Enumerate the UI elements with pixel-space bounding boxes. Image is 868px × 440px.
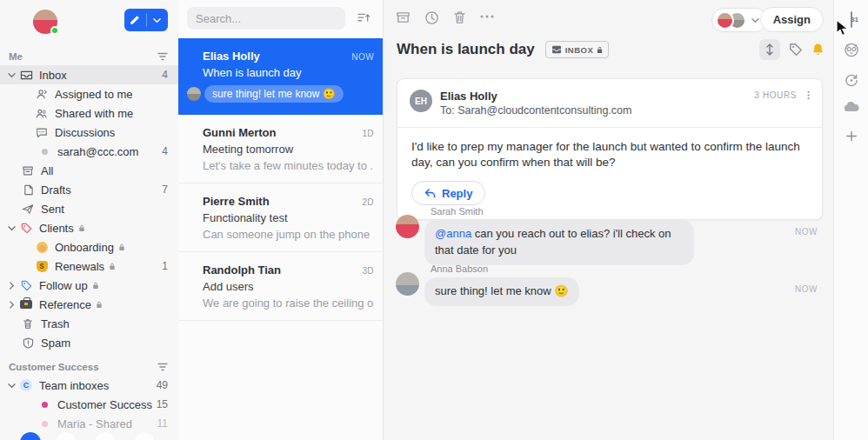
comment-avatar[interactable] [396,215,419,238]
conversation-preview: Let's take a few minutes today to ... [203,159,374,172]
archive-box-icon [21,165,35,177]
bell-icon[interactable] [811,43,825,57]
filter-icon[interactable] [157,363,168,371]
conversation-title: When is launch day [397,41,535,58]
sort-icon[interactable] [357,12,371,23]
comment-bubble: @anna can you reach out to elias? i'll c… [424,220,694,265]
inbox-icon [551,45,562,54]
sidebar-item-reference[interactable]: Reference [0,295,178,314]
bottom-circle[interactable] [95,432,116,440]
mention[interactable]: @anna [435,227,471,240]
briefcase-emoji-icon [19,300,33,309]
mouse-cursor [836,19,849,37]
unread-count: 4 [162,69,168,81]
search-input[interactable] [187,7,345,30]
conversation-item[interactable]: Randolph Tian 3D Add users We are going … [178,252,383,321]
sidebar-item-onboarding[interactable]: Onboarding [0,237,178,257]
chevron-right-icon[interactable] [5,282,17,290]
conversation-item[interactable]: Gunni Merton 1D Meeting tomorrow Let's t… [178,115,383,183]
sidebar-item-clients[interactable]: Clients [0,218,178,237]
sidebar-item-sent[interactable]: Sent [0,199,178,218]
conversation-time: 3D [362,266,374,276]
assign-button[interactable]: Assign [760,7,824,32]
more-horizontal-icon[interactable] [480,15,494,18]
conversation-item-selected[interactable]: Elias Holly NOW When is launch day sure … [178,38,383,115]
conversation-time: NOW [351,52,374,62]
sidebar-item-shared-with-me[interactable]: Shared with me [0,103,178,123]
person-assigned-icon [35,89,49,100]
kebab-menu-icon[interactable] [807,90,810,101]
sender-avatar: EH [410,90,432,112]
sidebar-item-discussions[interactable]: Discussions [0,123,178,142]
trash-icon[interactable] [453,10,466,24]
filter-icon[interactable] [157,52,168,61]
tag-icon[interactable] [789,43,803,57]
expand-vertical-icon[interactable] [759,39,780,60]
lock-icon [78,224,85,232]
sidebar-item-all[interactable]: All [0,161,178,180]
sidebar-item-assigned-to-me[interactable]: Assigned to me [0,84,178,103]
sidebar-item-renewals[interactable]: $ Renewals 1 [0,257,178,276]
cloud-icon[interactable] [843,101,859,112]
chat-bubble-icon [35,127,49,138]
bottom-circle[interactable] [134,432,155,440]
history-refresh-icon[interactable] [844,73,858,88]
sidebar-item-customer-success-inbox[interactable]: Customer Success 15 [0,395,178,414]
reply-arrow-icon [424,189,436,198]
sidebar-item-sarah-inbox[interactable]: sarah@ccc.com 4 [0,142,178,161]
onboarding-person-emoji-icon [35,242,49,253]
conversation-list: Elias Holly NOW When is launch day sure … [178,0,384,440]
user-avatar[interactable] [33,10,57,34]
email-message-card: EH Elias Holly To: Sarah@cloudcontentcon… [397,78,823,220]
right-rail [833,0,868,440]
chevron-down-icon[interactable] [147,9,169,31]
plus-icon[interactable] [845,130,857,142]
sidebar-section-customer-success: Customer Success [0,357,178,376]
comment-time: NOW [795,227,818,237]
tag-blue-icon [19,280,33,291]
app-window: Me Inbox 4 Assigned to me [0,0,868,440]
conversation-preview: We are going to raise the ceiling o... [203,297,374,310]
chevron-down-icon[interactable] [5,382,17,390]
conversation-subject: Meeting tomorrow [203,143,374,156]
conversation-item[interactable]: Pierre Smith 2D Functionality test Can s… [178,183,383,252]
message-timestamp: 3 HOURS [754,90,797,100]
conversation-sender: Randolph Tian [203,263,281,277]
inbox-badge[interactable]: INBOX [545,41,610,58]
trash-icon [21,318,35,330]
assignee-selector[interactable] [711,8,767,32]
snooze-clock-icon[interactable] [424,10,439,25]
chevron-down-icon[interactable] [5,71,17,79]
comment-time: NOW [795,284,818,294]
sidebar-item-maria-shared[interactable]: Maria - Shared 11 [0,414,178,433]
unread-count: 4 [162,145,168,157]
conversation-subject: Functionality test [203,211,374,224]
lock-icon [109,263,116,270]
chevron-down-icon[interactable] [5,224,17,232]
sender-name: Elias Holly [440,90,631,103]
conversation-time: 1D [362,129,374,138]
calendar-31-icon[interactable] [851,12,852,28]
blue-bottom-circle[interactable] [20,432,41,440]
unread-count: 7 [162,183,168,196]
sidebar-item-spam[interactable]: Spam [0,333,178,352]
tag-red-icon [19,223,33,234]
chevron-right-icon[interactable] [5,301,17,309]
bottom-circle[interactable] [56,432,77,440]
sidebar-item-drafts[interactable]: Drafts 7 [0,180,178,199]
comment-avatar[interactable] [396,272,419,296]
sidebar-item-trash[interactable]: Trash [0,314,178,333]
reply-button[interactable]: Reply [411,181,485,205]
sidebar-section-me: Me [0,47,178,65]
archive-icon[interactable] [396,10,411,24]
compose-button[interactable] [124,9,168,31]
sidebar-item-follow-up[interactable]: Follow up [0,276,178,295]
conversation-preview-bubble: sure thing! let me know 🙂 [204,85,344,103]
conversation-preview: Can someone jump on the phone ... [203,228,374,241]
mascot-icon[interactable] [843,42,859,58]
sidebar-item-team-inboxes[interactable]: C Team inboxes 49 [0,376,178,395]
sidebar-item-inbox[interactable]: Inbox 4 [0,65,178,84]
pencil-icon [124,9,146,31]
lock-icon [597,46,603,54]
team-c-badge-icon: C [19,379,33,391]
